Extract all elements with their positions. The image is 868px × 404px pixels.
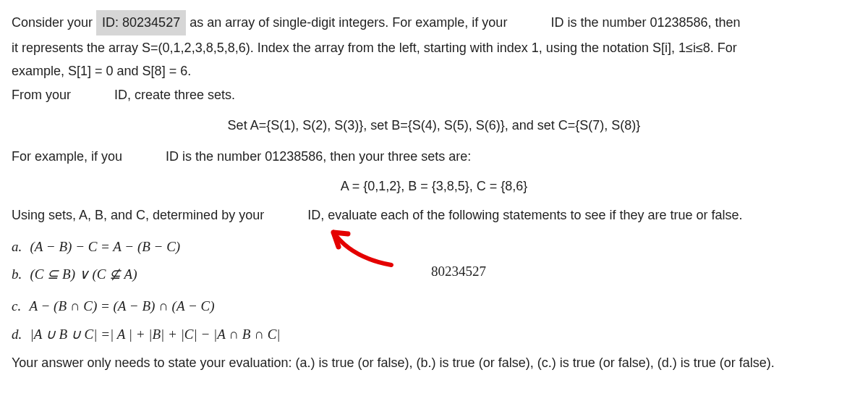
item-a-label: a.	[12, 239, 22, 254]
intro-line-4: From your ID, create three sets.	[12, 84, 856, 106]
text-using-sets: Using sets, A, B, and C, determined by y…	[12, 208, 268, 222]
text-consider: Consider your	[12, 15, 96, 30]
item-a: a. (A − B) − C = A − (B − C)	[12, 235, 330, 258]
text-create-sets: ID, create three sets.	[114, 88, 235, 102]
text-for-example: For example, if you	[12, 149, 126, 164]
item-c-math: A − (B ∩ C) = (A − B) ∩ (A − C)	[29, 298, 214, 313]
item-b-math: (C ⊆ B) ∨ (C ⊈ A)	[30, 266, 137, 282]
text-id-is: ID is the number 01238586, then	[550, 15, 740, 30]
item-c: c. A − (B ∩ C) = (A − B) ∩ (A − C)	[12, 295, 856, 318]
intro-line-2: it represents the array S=(0,1,2,3,8,5,8…	[12, 37, 856, 59]
text-evaluate: ID, evaluate each of the following state…	[307, 208, 742, 222]
item-d-math: |A ∪ B ∪ C| =| A | + |B| + |C| − |A ∩ B …	[30, 327, 281, 342]
item-b: b. (C ⊆ B) ∨ (C ⊈ A)	[12, 263, 330, 286]
example-lead: For example, if you ID is the number 012…	[12, 146, 856, 168]
item-d: d. |A ∪ B ∪ C| =| A | + |B| + |C| − |A ∩…	[12, 323, 856, 346]
set-definition: Set A={S(1), S(2), S(3)}, set B={S(4), S…	[12, 114, 856, 137]
id-highlight: ID: 80234527	[96, 10, 186, 35]
intro-line-1: Consider your ID: 80234527 as an array o…	[12, 10, 856, 35]
example-sets: A = {0,1,2}, B = {3,8,5}, C = {8,6}	[12, 175, 856, 198]
closing-line: Your answer only needs to state your eva…	[12, 352, 856, 374]
using-line: Using sets, A, B, and C, determined by y…	[12, 204, 856, 227]
arrow-icon	[323, 225, 409, 276]
text-example-id: ID is the number 01238586, then your thr…	[166, 149, 471, 164]
text-after-id: as an array of single-digit integers. Fo…	[190, 15, 511, 30]
intro-line-3: example, S[1] = 0 and S[8] = 6.	[12, 60, 856, 83]
item-c-label: c.	[12, 298, 21, 313]
text-from-your: From your	[12, 88, 75, 102]
annotation-id: 80234527	[431, 260, 486, 283]
item-a-math: (A − B) − C = A − (B − C)	[30, 239, 181, 254]
item-b-label: b.	[12, 266, 22, 282]
item-d-label: d.	[12, 327, 22, 342]
